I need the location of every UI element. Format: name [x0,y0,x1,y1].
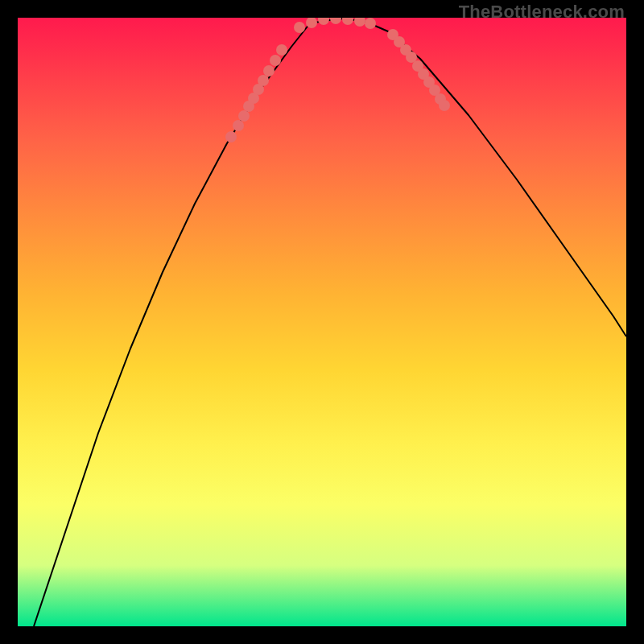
data-point [270,55,281,66]
data-point [276,44,287,56]
marker-layer [225,18,450,142]
data-point [294,22,305,33]
chart-svg [18,18,626,626]
data-point [233,120,244,131]
data-point [225,131,237,142]
data-point [263,65,275,76]
data-point [354,18,365,27]
data-point [365,18,376,29]
data-point [439,100,450,111]
data-point [238,110,250,122]
plot-area [18,18,626,626]
data-point [342,18,353,25]
data-point [318,18,329,25]
watermark-text: TheBottleneck.com [459,2,625,23]
data-point [330,18,341,24]
curve-layer [34,19,626,626]
chart-frame: TheBottleneck.com [0,0,644,644]
bottleneck-curve [34,19,626,626]
data-point [258,75,269,86]
